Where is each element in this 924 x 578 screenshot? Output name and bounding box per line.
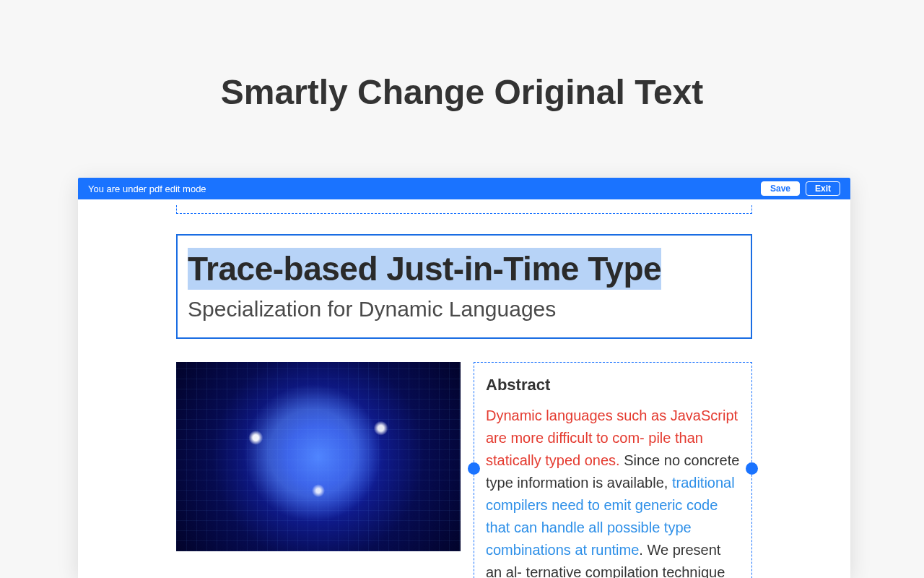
document-canvas[interactable]: Trace-based Just-in-Time Type Specializa… — [78, 205, 850, 578]
subtitle-text[interactable]: Specialization for Dynamic Languages — [188, 297, 741, 322]
save-button[interactable]: Save — [761, 181, 800, 196]
document-image[interactable] — [176, 362, 461, 551]
abstract-heading[interactable]: Abstract — [486, 376, 740, 394]
resize-handle-left[interactable] — [468, 462, 480, 475]
edit-mode-status: You are under pdf edit mode — [88, 184, 761, 194]
editor-topbar: You are under pdf edit mode Save Exit — [78, 178, 850, 199]
exit-button[interactable]: Exit — [806, 181, 840, 196]
top-dashed-region[interactable] — [176, 205, 752, 214]
topbar-buttons: Save Exit — [761, 181, 840, 196]
title-selected-text[interactable]: Trace-based Just-in-Time Type — [188, 248, 661, 290]
abstract-body[interactable]: Dynamic languages such as JavaScript are… — [486, 405, 740, 578]
resize-handle-right[interactable] — [746, 462, 758, 475]
body-row: Abstract Dynamic languages such as JavaS… — [176, 362, 752, 578]
abstract-text-block[interactable]: Abstract Dynamic languages such as JavaS… — [474, 362, 752, 578]
page-heading: Smartly Change Original Text — [0, 72, 924, 112]
pdf-editor-window: You are under pdf edit mode Save Exit Tr… — [78, 178, 850, 578]
title-text-block[interactable]: Trace-based Just-in-Time Type Specializa… — [176, 234, 752, 339]
